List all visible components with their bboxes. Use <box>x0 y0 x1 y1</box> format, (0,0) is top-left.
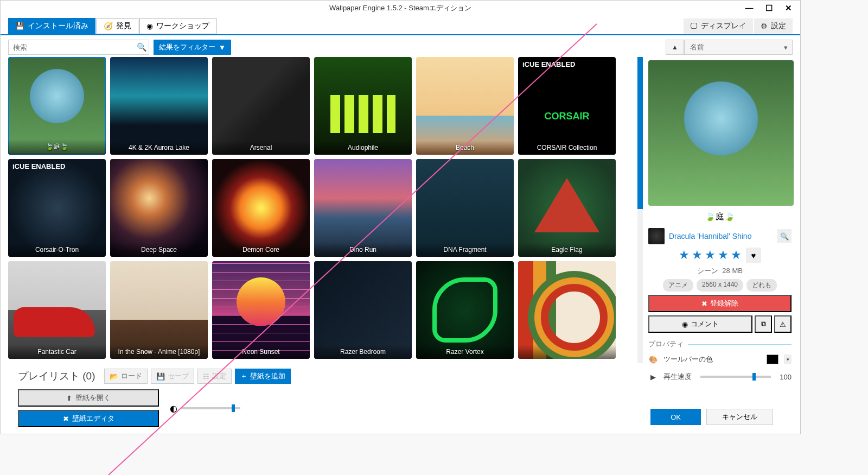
brightness-icon: ◐ <box>170 403 177 414</box>
playlist-save-button[interactable]: 💾セーブ <box>151 369 194 384</box>
ok-button[interactable]: OK <box>650 409 701 425</box>
wallpaper-tile[interactable]: Fantastic Car <box>8 261 106 359</box>
wallpaper-tile[interactable]: Deep Space <box>110 159 208 257</box>
save-icon: 💾 <box>156 372 165 381</box>
folder-icon: 📂 <box>110 372 118 381</box>
heart-icon: ♥ <box>751 251 756 260</box>
window-title: Wallpaper Engine 1.5.2 - Steamエディション <box>329 3 471 13</box>
gallery-scrollbar[interactable] <box>637 57 643 363</box>
search-box[interactable]: 🔍 <box>8 40 149 55</box>
minimize-icon[interactable]: — <box>739 1 759 16</box>
upload-icon: ⬆ <box>66 394 72 402</box>
tab-workshop[interactable]: ◉ ワークショップ <box>139 18 216 34</box>
wallpaper-title: 🍃庭🍃 <box>8 139 106 155</box>
author-name[interactable]: Dracula 'Hannibal' Shino <box>669 232 773 240</box>
color-dropdown[interactable]: ▾ <box>784 354 792 364</box>
wallpaper-tile[interactable]: DNA Fragment <box>416 159 514 257</box>
wallpaper-title: Neon Sunset <box>212 345 310 359</box>
filterbar: 🔍 結果をフィルター ▼ ▲ 名前 <box>1 35 800 57</box>
wallpaper-tile[interactable]: Eagle Flag <box>518 159 616 257</box>
speed-value: 100 <box>780 373 792 381</box>
comment-button[interactable]: ◉コメント <box>648 315 752 333</box>
type-label: シーン <box>697 267 718 275</box>
scrollbar-thumb[interactable] <box>637 57 643 209</box>
preview-title: 🍃庭🍃 <box>648 209 792 225</box>
wallpaper-tile[interactable]: 🍃庭🍃 <box>8 57 106 155</box>
wallpaper-tile[interactable]: Razer Bedroom <box>314 261 412 359</box>
wallpaper-title: Razer Vortex <box>416 345 514 359</box>
tab-display[interactable]: 🖵 ディスプレイ <box>684 18 753 34</box>
wallpaper-title: Beach <box>416 141 514 155</box>
bottom-row: ⬆壁紙を開く ✖壁紙エディタ ◐ <box>8 386 643 434</box>
wallpaper-title: Audiophile <box>314 141 412 155</box>
favorite-button[interactable]: ♥ <box>746 248 761 263</box>
author-search-button[interactable]: 🔍 <box>777 229 792 243</box>
wallpaper-tile[interactable]: Corsair-O-Tron <box>8 159 106 257</box>
sort-select[interactable]: 名前 <box>684 40 793 55</box>
properties-header: プロパティ <box>648 339 792 349</box>
filter-results-button[interactable]: 結果をフィルター ▼ <box>154 40 231 55</box>
unsubscribe-button[interactable]: ✖登録解除 <box>648 295 792 312</box>
playlist-title: プレイリスト (0) <box>18 369 95 383</box>
steam-icon: ◉ <box>682 320 688 328</box>
color-swatch[interactable] <box>767 354 778 364</box>
top-tabs: 💾 インストール済み 🧭 発見 ◉ ワークショップ 🖵 ディスプレイ ⚙ 設定 <box>1 16 800 35</box>
wallpaper-editor-button[interactable]: ✖壁紙エディタ <box>18 410 159 427</box>
open-wallpaper-button[interactable]: ⬆壁紙を開く <box>18 389 159 407</box>
plus-icon: ＋ <box>240 371 247 381</box>
brightness-control: ◐ <box>170 403 240 414</box>
playlist-add-button[interactable]: ＋壁紙を追加 <box>235 369 291 384</box>
property-play-speed: ▶ 再生速度 100 <box>648 370 792 384</box>
wallpaper-tile[interactable]: Razer Vortex <box>416 261 514 359</box>
playlist-row: プレイリスト (0) 📂ロード 💾セーブ ☷設定 ＋壁紙を追加 <box>8 363 643 386</box>
wallpaper-gallery: 🍃庭🍃4K & 2K Aurora LakeArsenalAudiophileB… <box>8 57 637 363</box>
rating-stars[interactable]: ★★★★★ <box>679 248 744 262</box>
warning-icon: ⚠ <box>780 320 786 328</box>
playlist-load-button[interactable]: 📂ロード <box>104 369 148 384</box>
steam-icon: ◉ <box>146 22 153 30</box>
tools-icon: ✖ <box>63 415 69 423</box>
brightness-slider[interactable] <box>181 407 240 409</box>
wallpaper-title: Razer Bedroom <box>314 345 412 359</box>
tab-settings[interactable]: ⚙ 設定 <box>754 18 793 34</box>
titlebar: Wallpaper Engine 1.5.2 - Steamエディション — ☐… <box>1 1 800 16</box>
wallpaper-tile[interactable]: Demon Core <box>212 159 310 257</box>
tag[interactable]: アニメ <box>663 279 693 292</box>
report-button[interactable]: ⚠ <box>774 315 792 333</box>
maximize-icon[interactable]: ☐ <box>759 1 778 16</box>
close-icon[interactable]: ✕ <box>778 1 798 16</box>
tab-discover[interactable]: 🧭 発見 <box>97 18 138 34</box>
cancel-button[interactable]: キャンセル <box>706 409 773 425</box>
monitor-icon: 🖵 <box>690 22 698 30</box>
wallpaper-tile[interactable]: Retro <box>518 261 616 359</box>
preview-thumbnail <box>648 60 794 206</box>
tab-installed[interactable]: 💾 インストール済み <box>8 18 95 34</box>
search-icon[interactable]: 🔍 <box>135 42 149 52</box>
wallpaper-tile[interactable]: Audiophile <box>314 57 412 155</box>
wallpaper-title: Retro <box>518 345 616 359</box>
wallpaper-tile[interactable]: In the Snow - Anime [1080p] <box>110 261 208 359</box>
wallpaper-title: DNA Fragment <box>416 243 514 257</box>
search-input[interactable] <box>9 43 135 52</box>
wallpaper-title: Corsair-O-Tron <box>8 243 106 257</box>
tag[interactable]: 2560 x 1440 <box>697 279 743 292</box>
tag[interactable]: どれも <box>746 279 777 292</box>
play-icon: ▶ <box>648 373 658 381</box>
copy-icon: ⧉ <box>761 320 766 328</box>
tag-row: アニメ2560 x 1440どれも <box>648 279 792 292</box>
wallpaper-tile[interactable]: 4K & 2K Aurora Lake <box>110 57 208 155</box>
wallpaper-tile[interactable]: Beach <box>416 57 514 155</box>
wallpaper-tile[interactable]: Arsenal <box>212 57 310 155</box>
wallpaper-title: Deep Space <box>110 243 208 257</box>
wallpaper-tile[interactable]: Dino Run <box>314 159 412 257</box>
wallpaper-title: Fantastic Car <box>8 345 106 359</box>
speed-slider[interactable] <box>700 376 771 378</box>
copy-button[interactable]: ⧉ <box>755 315 772 333</box>
wallpaper-tile[interactable]: Neon Sunset <box>212 261 310 359</box>
wallpaper-tile[interactable]: CORSAIR Collection <box>518 57 616 155</box>
sliders-icon: ☷ <box>203 372 209 381</box>
author-avatar[interactable] <box>648 228 665 244</box>
sort-direction-button[interactable]: ▲ <box>666 40 684 55</box>
wallpaper-title: Eagle Flag <box>518 243 616 257</box>
playlist-settings-button[interactable]: ☷設定 <box>197 369 232 384</box>
